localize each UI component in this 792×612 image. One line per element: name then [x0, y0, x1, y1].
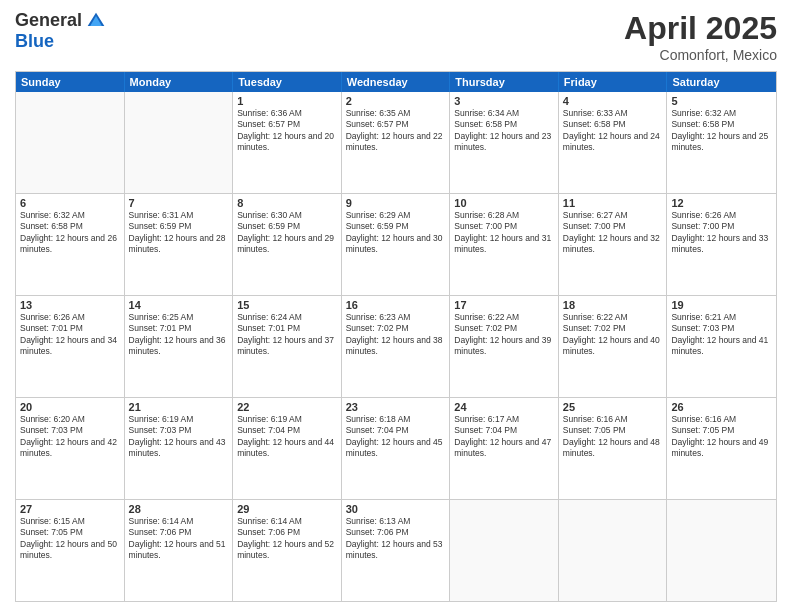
calendar: SundayMondayTuesdayWednesdayThursdayFrid… — [15, 71, 777, 602]
day-number: 7 — [129, 197, 229, 209]
cell-content: Sunrise: 6:20 AM Sunset: 7:03 PM Dayligh… — [20, 414, 120, 460]
cell-content: Sunrise: 6:26 AM Sunset: 7:01 PM Dayligh… — [20, 312, 120, 358]
cell-content: Sunrise: 6:17 AM Sunset: 7:04 PM Dayligh… — [454, 414, 554, 460]
day-number: 21 — [129, 401, 229, 413]
calendar-header: SundayMondayTuesdayWednesdayThursdayFrid… — [16, 72, 776, 92]
cell-content: Sunrise: 6:32 AM Sunset: 6:58 PM Dayligh… — [671, 108, 772, 154]
cell-content: Sunrise: 6:32 AM Sunset: 6:58 PM Dayligh… — [20, 210, 120, 256]
calendar-cell: 13Sunrise: 6:26 AM Sunset: 7:01 PM Dayli… — [16, 296, 125, 397]
calendar-cell: 4Sunrise: 6:33 AM Sunset: 6:58 PM Daylig… — [559, 92, 668, 193]
cell-content: Sunrise: 6:36 AM Sunset: 6:57 PM Dayligh… — [237, 108, 337, 154]
day-number: 19 — [671, 299, 772, 311]
calendar-row-5: 27Sunrise: 6:15 AM Sunset: 7:05 PM Dayli… — [16, 500, 776, 601]
cell-content: Sunrise: 6:19 AM Sunset: 7:04 PM Dayligh… — [237, 414, 337, 460]
day-number: 27 — [20, 503, 120, 515]
logo-icon — [86, 11, 106, 31]
day-number: 3 — [454, 95, 554, 107]
calendar-cell — [450, 500, 559, 601]
cell-content: Sunrise: 6:22 AM Sunset: 7:02 PM Dayligh… — [454, 312, 554, 358]
cell-content: Sunrise: 6:29 AM Sunset: 6:59 PM Dayligh… — [346, 210, 446, 256]
title-block: April 2025 Comonfort, Mexico — [624, 10, 777, 63]
cell-content: Sunrise: 6:34 AM Sunset: 6:58 PM Dayligh… — [454, 108, 554, 154]
day-number: 10 — [454, 197, 554, 209]
day-number: 28 — [129, 503, 229, 515]
day-number: 26 — [671, 401, 772, 413]
calendar-body: 1Sunrise: 6:36 AM Sunset: 6:57 PM Daylig… — [16, 92, 776, 601]
cell-content: Sunrise: 6:15 AM Sunset: 7:05 PM Dayligh… — [20, 516, 120, 562]
logo-general: General — [15, 10, 82, 31]
day-number: 2 — [346, 95, 446, 107]
day-number: 4 — [563, 95, 663, 107]
cell-content: Sunrise: 6:18 AM Sunset: 7:04 PM Dayligh… — [346, 414, 446, 460]
calendar-cell: 17Sunrise: 6:22 AM Sunset: 7:02 PM Dayli… — [450, 296, 559, 397]
cell-content: Sunrise: 6:23 AM Sunset: 7:02 PM Dayligh… — [346, 312, 446, 358]
calendar-cell: 6Sunrise: 6:32 AM Sunset: 6:58 PM Daylig… — [16, 194, 125, 295]
cell-content: Sunrise: 6:24 AM Sunset: 7:01 PM Dayligh… — [237, 312, 337, 358]
calendar-cell: 23Sunrise: 6:18 AM Sunset: 7:04 PM Dayli… — [342, 398, 451, 499]
header-day-tuesday: Tuesday — [233, 72, 342, 92]
cell-content: Sunrise: 6:14 AM Sunset: 7:06 PM Dayligh… — [237, 516, 337, 562]
header-day-wednesday: Wednesday — [342, 72, 451, 92]
calendar-cell: 11Sunrise: 6:27 AM Sunset: 7:00 PM Dayli… — [559, 194, 668, 295]
calendar-cell: 9Sunrise: 6:29 AM Sunset: 6:59 PM Daylig… — [342, 194, 451, 295]
cell-content: Sunrise: 6:13 AM Sunset: 7:06 PM Dayligh… — [346, 516, 446, 562]
calendar-row-1: 1Sunrise: 6:36 AM Sunset: 6:57 PM Daylig… — [16, 92, 776, 194]
calendar-cell: 28Sunrise: 6:14 AM Sunset: 7:06 PM Dayli… — [125, 500, 234, 601]
cell-content: Sunrise: 6:14 AM Sunset: 7:06 PM Dayligh… — [129, 516, 229, 562]
calendar-cell: 24Sunrise: 6:17 AM Sunset: 7:04 PM Dayli… — [450, 398, 559, 499]
calendar-cell: 22Sunrise: 6:19 AM Sunset: 7:04 PM Dayli… — [233, 398, 342, 499]
calendar-cell: 26Sunrise: 6:16 AM Sunset: 7:05 PM Dayli… — [667, 398, 776, 499]
day-number: 12 — [671, 197, 772, 209]
day-number: 18 — [563, 299, 663, 311]
calendar-row-4: 20Sunrise: 6:20 AM Sunset: 7:03 PM Dayli… — [16, 398, 776, 500]
calendar-cell: 1Sunrise: 6:36 AM Sunset: 6:57 PM Daylig… — [233, 92, 342, 193]
calendar-cell: 3Sunrise: 6:34 AM Sunset: 6:58 PM Daylig… — [450, 92, 559, 193]
cell-content: Sunrise: 6:28 AM Sunset: 7:00 PM Dayligh… — [454, 210, 554, 256]
day-number: 6 — [20, 197, 120, 209]
calendar-cell: 19Sunrise: 6:21 AM Sunset: 7:03 PM Dayli… — [667, 296, 776, 397]
calendar-cell: 27Sunrise: 6:15 AM Sunset: 7:05 PM Dayli… — [16, 500, 125, 601]
cell-content: Sunrise: 6:16 AM Sunset: 7:05 PM Dayligh… — [671, 414, 772, 460]
header-day-sunday: Sunday — [16, 72, 125, 92]
day-number: 5 — [671, 95, 772, 107]
month-title: April 2025 — [624, 10, 777, 47]
day-number: 30 — [346, 503, 446, 515]
calendar-cell: 14Sunrise: 6:25 AM Sunset: 7:01 PM Dayli… — [125, 296, 234, 397]
header-day-monday: Monday — [125, 72, 234, 92]
calendar-row-3: 13Sunrise: 6:26 AM Sunset: 7:01 PM Dayli… — [16, 296, 776, 398]
day-number: 16 — [346, 299, 446, 311]
calendar-cell: 5Sunrise: 6:32 AM Sunset: 6:58 PM Daylig… — [667, 92, 776, 193]
cell-content: Sunrise: 6:27 AM Sunset: 7:00 PM Dayligh… — [563, 210, 663, 256]
cell-content: Sunrise: 6:25 AM Sunset: 7:01 PM Dayligh… — [129, 312, 229, 358]
cell-content: Sunrise: 6:16 AM Sunset: 7:05 PM Dayligh… — [563, 414, 663, 460]
calendar-cell: 8Sunrise: 6:30 AM Sunset: 6:59 PM Daylig… — [233, 194, 342, 295]
location: Comonfort, Mexico — [624, 47, 777, 63]
calendar-cell: 10Sunrise: 6:28 AM Sunset: 7:00 PM Dayli… — [450, 194, 559, 295]
calendar-row-2: 6Sunrise: 6:32 AM Sunset: 6:58 PM Daylig… — [16, 194, 776, 296]
cell-content: Sunrise: 6:26 AM Sunset: 7:00 PM Dayligh… — [671, 210, 772, 256]
calendar-cell — [667, 500, 776, 601]
day-number: 13 — [20, 299, 120, 311]
calendar-cell: 29Sunrise: 6:14 AM Sunset: 7:06 PM Dayli… — [233, 500, 342, 601]
cell-content: Sunrise: 6:31 AM Sunset: 6:59 PM Dayligh… — [129, 210, 229, 256]
day-number: 25 — [563, 401, 663, 413]
calendar-cell: 25Sunrise: 6:16 AM Sunset: 7:05 PM Dayli… — [559, 398, 668, 499]
cell-content: Sunrise: 6:22 AM Sunset: 7:02 PM Dayligh… — [563, 312, 663, 358]
day-number: 23 — [346, 401, 446, 413]
cell-content: Sunrise: 6:21 AM Sunset: 7:03 PM Dayligh… — [671, 312, 772, 358]
page: General Blue April 2025 Comonfort, Mexic… — [0, 0, 792, 612]
calendar-cell: 2Sunrise: 6:35 AM Sunset: 6:57 PM Daylig… — [342, 92, 451, 193]
day-number: 1 — [237, 95, 337, 107]
calendar-cell: 20Sunrise: 6:20 AM Sunset: 7:03 PM Dayli… — [16, 398, 125, 499]
header-day-friday: Friday — [559, 72, 668, 92]
header-day-saturday: Saturday — [667, 72, 776, 92]
cell-content: Sunrise: 6:19 AM Sunset: 7:03 PM Dayligh… — [129, 414, 229, 460]
logo-blue: Blue — [15, 31, 54, 52]
day-number: 11 — [563, 197, 663, 209]
day-number: 20 — [20, 401, 120, 413]
calendar-cell: 18Sunrise: 6:22 AM Sunset: 7:02 PM Dayli… — [559, 296, 668, 397]
calendar-cell: 21Sunrise: 6:19 AM Sunset: 7:03 PM Dayli… — [125, 398, 234, 499]
logo: General Blue — [15, 10, 106, 52]
calendar-cell: 7Sunrise: 6:31 AM Sunset: 6:59 PM Daylig… — [125, 194, 234, 295]
calendar-cell — [559, 500, 668, 601]
